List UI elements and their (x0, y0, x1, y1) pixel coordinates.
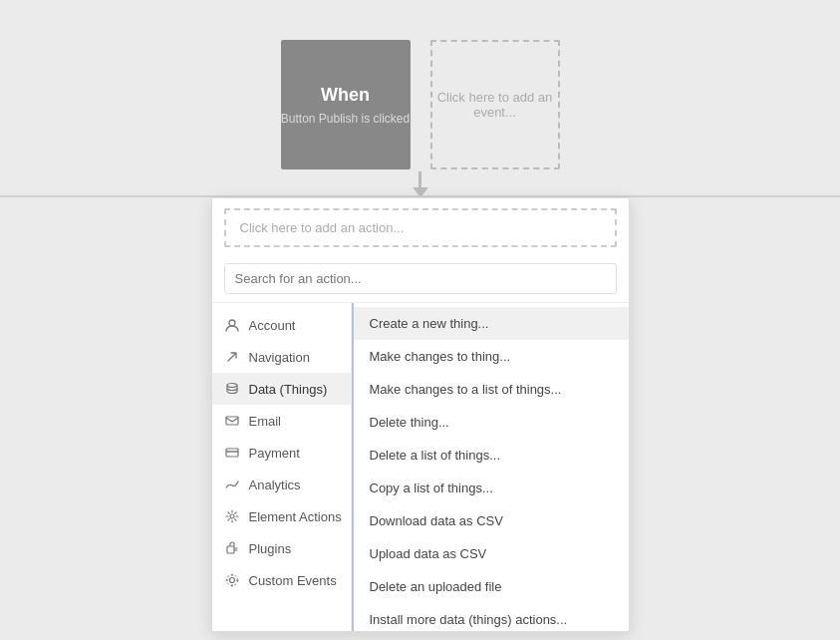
action-install-more-label: Install more data (things) actions... (370, 612, 568, 627)
action-install-more[interactable]: Install more data (things) actions... (354, 603, 629, 631)
action-delete-list-label: Delete a list of things... (370, 448, 501, 463)
svg-point-1 (227, 384, 237, 388)
action-create-new-thing-label: Create a new thing... (370, 316, 489, 331)
arrow-line (419, 171, 421, 187)
action-delete-uploaded-file-label: Delete an uploaded file (370, 579, 502, 594)
plugins-icon (224, 540, 240, 556)
svg-rect-2 (226, 417, 238, 425)
payment-label: Payment (249, 446, 300, 461)
sidebar-item-navigation[interactable]: Navigation (212, 341, 351, 373)
category-list: Account Navigation (212, 303, 352, 631)
action-create-new-thing[interactable]: Create a new thing... (354, 307, 629, 340)
sidebar-item-data[interactable]: Data (Things) (212, 373, 351, 405)
email-icon (224, 413, 240, 429)
action-make-changes-to-thing[interactable]: Make changes to thing... (354, 340, 629, 373)
dropdown-panel: Click here to add an action... Account (211, 197, 630, 632)
event-placeholder-text: Click here to add an event... (432, 90, 558, 120)
data-icon (224, 381, 240, 397)
svg-point-9 (229, 578, 234, 583)
svg-point-10 (226, 575, 237, 586)
action-delete-uploaded-file[interactable]: Delete an uploaded file (354, 570, 629, 603)
search-input[interactable] (224, 263, 617, 294)
when-block[interactable]: When Button Publish is clicked (281, 40, 411, 169)
element-actions-label: Element Actions (249, 509, 342, 524)
event-block[interactable]: Click here to add an event... (430, 40, 560, 169)
navigation-icon (224, 349, 240, 365)
svg-point-5 (230, 514, 234, 518)
action-list: Create a new thing... Make changes to th… (352, 303, 629, 631)
action-upload-csv-label: Upload data as CSV (370, 546, 487, 561)
data-label: Data (Things) (249, 382, 328, 397)
sidebar-item-email[interactable]: Email (212, 405, 351, 437)
sidebar-item-plugins[interactable]: Plugins (212, 532, 351, 564)
analytics-icon (224, 477, 240, 492)
action-delete-list[interactable]: Delete a list of things... (354, 439, 629, 472)
navigation-label: Navigation (249, 350, 310, 365)
sidebar-item-element-actions[interactable]: Element Actions (212, 500, 351, 532)
action-delete-thing[interactable]: Delete thing... (354, 406, 629, 439)
email-label: Email (249, 414, 282, 429)
action-make-changes-to-list[interactable]: Make changes to a list of things... (354, 373, 629, 406)
when-label: When (321, 85, 370, 106)
action-download-csv[interactable]: Download data as CSV (354, 504, 629, 537)
svg-point-0 (229, 320, 235, 326)
action-placeholder-text: Click here to add an action... (240, 220, 405, 235)
sidebar-item-payment[interactable]: Payment (212, 437, 351, 469)
action-copy-list-label: Copy a list of things... (370, 480, 493, 495)
sidebar-item-custom-events[interactable]: Custom Events (212, 564, 351, 596)
plugins-label: Plugins (249, 541, 292, 556)
analytics-label: Analytics (249, 478, 301, 492)
arrow-connector (413, 171, 428, 197)
sidebar-item-analytics[interactable]: Analytics (212, 469, 351, 500)
sidebar-item-account[interactable]: Account (212, 309, 351, 341)
menu-body: Account Navigation (212, 302, 629, 631)
svg-rect-6 (227, 546, 234, 553)
action-upload-csv[interactable]: Upload data as CSV (354, 537, 629, 570)
when-desc: Button Publish is clicked (281, 112, 410, 126)
custom-events-icon (224, 572, 240, 588)
action-placeholder[interactable]: Click here to add an action... (224, 208, 617, 247)
action-make-changes-to-list-label: Make changes to a list of things... (370, 382, 562, 397)
element-actions-icon (224, 508, 240, 524)
workflow-area: When Button Publish is clicked Click her… (281, 40, 560, 169)
action-delete-thing-label: Delete thing... (370, 415, 449, 430)
account-icon (224, 317, 240, 333)
canvas-area: When Button Publish is clicked Click her… (0, 0, 840, 640)
action-download-csv-label: Download data as CSV (370, 513, 503, 528)
account-label: Account (249, 318, 296, 333)
search-box (212, 257, 629, 302)
action-make-changes-to-thing-label: Make changes to thing... (370, 349, 511, 364)
custom-events-label: Custom Events (249, 573, 337, 588)
svg-rect-3 (226, 449, 238, 457)
action-copy-list[interactable]: Copy a list of things... (354, 472, 629, 504)
payment-icon (224, 445, 240, 461)
